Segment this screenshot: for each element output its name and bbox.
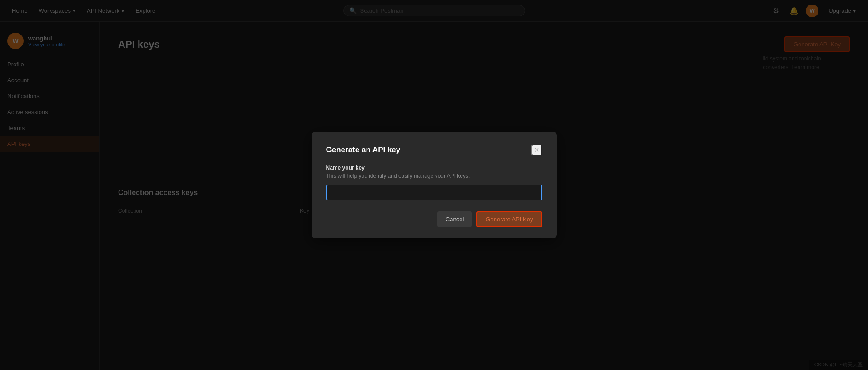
generate-api-key-modal: Generate an API key × Name your key This… (312, 132, 557, 238)
modal-title: Generate an API key (326, 145, 401, 155)
modal-generate-button[interactable]: Generate API Key (476, 211, 542, 227)
modal-overlay: Generate an API key × Name your key This… (0, 0, 868, 370)
modal-name-label: Name your key (326, 165, 542, 171)
api-key-name-input[interactable] (326, 185, 542, 200)
modal-footer: Cancel Generate API Key (326, 211, 542, 227)
modal-cancel-button[interactable]: Cancel (437, 211, 472, 227)
modal-close-button[interactable]: × (531, 145, 542, 155)
modal-name-sublabel: This will help you identify and easily m… (326, 173, 542, 179)
modal-header: Generate an API key × (326, 145, 542, 155)
